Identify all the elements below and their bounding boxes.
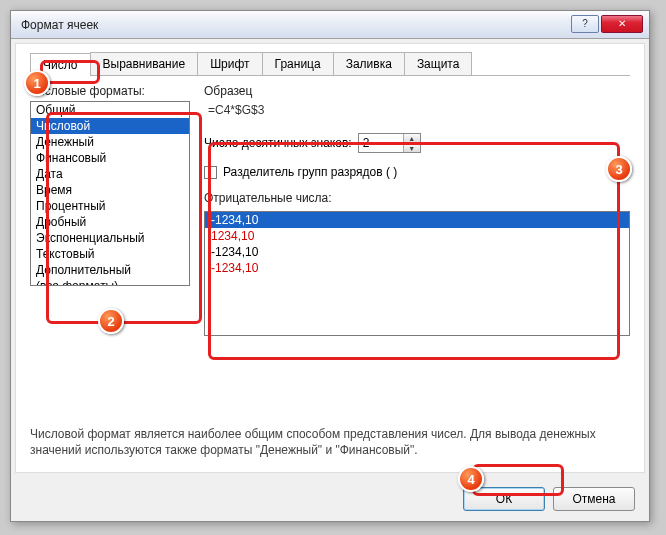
list-item[interactable]: Числовой	[31, 118, 189, 134]
help-button[interactable]: ?	[571, 15, 599, 33]
list-item[interactable]: -1234,10	[205, 260, 629, 276]
list-item[interactable]: Дополнительный	[31, 262, 189, 278]
spin-up-icon[interactable]: ▲	[404, 134, 420, 143]
tab-protection[interactable]: Защита	[404, 52, 473, 75]
list-item[interactable]: Процентный	[31, 198, 189, 214]
spin-down-icon[interactable]: ▼	[404, 143, 420, 152]
thousands-separator-checkbox[interactable]	[204, 166, 217, 179]
tab-font[interactable]: Шрифт	[197, 52, 262, 75]
cancel-button[interactable]: Отмена	[553, 487, 635, 511]
callout-4: 4	[458, 466, 484, 492]
titlebar: Формат ячеек ? ✕	[11, 11, 649, 39]
list-item[interactable]: Финансовый	[31, 150, 189, 166]
decimals-input[interactable]	[359, 134, 403, 152]
window-title: Формат ячеек	[21, 18, 571, 32]
close-button[interactable]: ✕	[601, 15, 643, 33]
list-item[interactable]: -1234,10	[205, 244, 629, 260]
list-item[interactable]: 1234,10	[205, 228, 629, 244]
list-item[interactable]: Текстовый	[31, 246, 189, 262]
callout-1: 1	[24, 70, 50, 96]
decimals-spinner[interactable]: ▲ ▼	[358, 133, 421, 153]
dialog-footer: ОК Отмена	[11, 477, 649, 521]
list-item[interactable]: -1234,10	[205, 212, 629, 228]
sample-value: =C4*$G$3	[204, 101, 630, 119]
category-label: Числовые форматы:	[30, 84, 190, 98]
list-item[interactable]: Общий	[31, 102, 189, 118]
format-description: Числовой формат является наиболее общим …	[30, 426, 630, 458]
list-item[interactable]: Дата	[31, 166, 189, 182]
list-item[interactable]: Время	[31, 182, 189, 198]
category-listbox[interactable]: Общий Числовой Денежный Финансовый Дата …	[30, 101, 190, 286]
list-item[interactable]: Денежный	[31, 134, 189, 150]
tab-fill[interactable]: Заливка	[333, 52, 405, 75]
list-item[interactable]: Экспоненциальный	[31, 230, 189, 246]
thousands-separator-label: Разделитель групп разрядов ( )	[223, 165, 397, 179]
format-cells-dialog: Формат ячеек ? ✕ Число Выравнивание Шриф…	[10, 10, 650, 522]
tab-strip: Число Выравнивание Шрифт Граница Заливка…	[30, 52, 630, 76]
negatives-listbox[interactable]: -1234,10 1234,10 -1234,10 -1234,10	[204, 211, 630, 336]
callout-3: 3	[606, 156, 632, 182]
tab-border[interactable]: Граница	[262, 52, 334, 75]
tab-alignment[interactable]: Выравнивание	[90, 52, 199, 75]
list-item[interactable]: Дробный	[31, 214, 189, 230]
list-item[interactable]: (все форматы)	[31, 278, 189, 286]
decimals-label: Число десятичных знаков:	[204, 136, 352, 150]
negatives-label: Отрицательные числа:	[204, 191, 630, 205]
callout-2: 2	[98, 308, 124, 334]
sample-label: Образец	[204, 84, 630, 98]
